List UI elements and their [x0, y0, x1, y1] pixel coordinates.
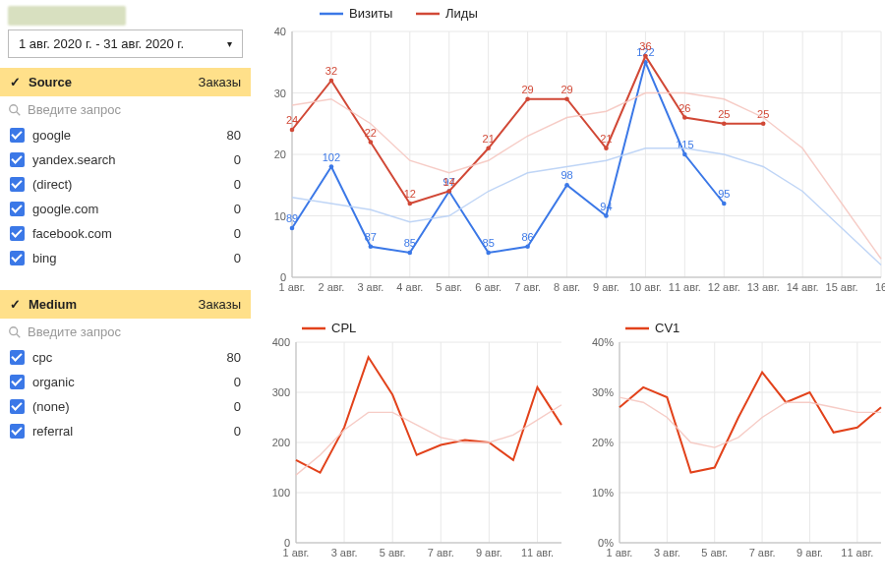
- svg-point-68: [682, 152, 687, 157]
- svg-text:Лиды: Лиды: [445, 6, 478, 21]
- item-label: cpc: [32, 350, 227, 365]
- svg-text:85: 85: [404, 237, 416, 249]
- caret-down-icon: ▾: [227, 38, 232, 49]
- svg-point-84: [525, 96, 530, 101]
- svg-text:4 авг.: 4 авг.: [396, 281, 423, 293]
- item-value: 0: [234, 226, 241, 241]
- svg-text:11 авг.: 11 авг.: [521, 547, 554, 559]
- list-item[interactable]: yandex.search0: [0, 147, 251, 172]
- svg-text:CPL: CPL: [331, 321, 356, 335]
- svg-text:29: 29: [521, 84, 533, 95]
- svg-text:26: 26: [678, 102, 690, 114]
- panel-header-source[interactable]: ✓ Source Заказы: [0, 68, 251, 96]
- item-label: organic: [32, 375, 234, 389]
- svg-point-96: [761, 121, 766, 126]
- search-input-source[interactable]: [28, 102, 243, 117]
- svg-text:CV1: CV1: [655, 321, 679, 335]
- svg-point-64: [604, 213, 609, 218]
- svg-point-72: [290, 128, 295, 133]
- svg-point-2: [10, 326, 18, 334]
- checkbox[interactable]: [10, 226, 25, 241]
- svg-point-88: [604, 146, 609, 150]
- svg-text:87: 87: [365, 231, 377, 243]
- svg-point-94: [722, 121, 727, 126]
- svg-text:36: 36: [639, 40, 651, 52]
- item-label: bing: [32, 251, 234, 265]
- svg-point-54: [408, 251, 413, 256]
- svg-text:11 авг.: 11 авг.: [669, 281, 701, 293]
- panel-header-medium[interactable]: ✓ Medium Заказы: [0, 290, 251, 319]
- checkbox[interactable]: [10, 202, 25, 216]
- svg-text:12 авг.: 12 авг.: [708, 281, 740, 293]
- checkbox[interactable]: [10, 152, 25, 167]
- checkbox[interactable]: [10, 177, 25, 192]
- checkbox[interactable]: [10, 399, 25, 414]
- item-label: google: [32, 128, 227, 143]
- item-value: 0: [234, 152, 241, 167]
- svg-line-1: [17, 111, 21, 115]
- svg-text:3 авг.: 3 авг.: [331, 547, 358, 559]
- svg-text:95: 95: [718, 188, 730, 200]
- main-content: 0102030401 авг.2 авг.3 авг.4 авг.5 авг.6…: [251, 0, 885, 588]
- list-item[interactable]: cpc80: [0, 345, 251, 370]
- svg-text:7 авг.: 7 авг.: [428, 547, 454, 559]
- svg-point-80: [446, 189, 451, 194]
- svg-point-76: [369, 140, 374, 145]
- list-item[interactable]: (none)0: [0, 394, 251, 419]
- svg-text:12: 12: [404, 188, 416, 200]
- check-icon: ✓: [10, 297, 21, 312]
- svg-text:9 авг.: 9 авг.: [593, 281, 620, 293]
- panel-metric: Заказы: [199, 297, 241, 312]
- svg-point-70: [722, 202, 727, 206]
- list-item[interactable]: bing0: [0, 246, 251, 270]
- list-item[interactable]: facebook.com0: [0, 221, 251, 246]
- svg-text:400: 400: [272, 336, 290, 348]
- svg-point-62: [564, 183, 569, 188]
- checkbox[interactable]: [10, 350, 25, 365]
- checkbox[interactable]: [10, 375, 25, 389]
- list-item[interactable]: google.com0: [0, 197, 251, 221]
- date-range-picker[interactable]: 1 авг. 2020 г. - 31 авг. 2020 г. ▾: [8, 29, 243, 58]
- svg-text:25: 25: [718, 108, 730, 120]
- svg-text:30%: 30%: [591, 386, 613, 398]
- svg-point-52: [369, 244, 374, 249]
- date-range-text: 1 авг. 2020 г. - 31 авг. 2020 г.: [19, 36, 184, 51]
- svg-text:5 авг.: 5 авг.: [701, 547, 728, 559]
- svg-text:16: 16: [875, 281, 885, 293]
- svg-text:1 авг.: 1 авг.: [283, 547, 310, 559]
- checkbox[interactable]: [10, 424, 25, 439]
- svg-text:2 авг.: 2 авг.: [318, 281, 344, 293]
- list-item[interactable]: referral0: [0, 419, 251, 443]
- item-value: 0: [234, 424, 241, 439]
- svg-point-86: [564, 96, 569, 101]
- item-value: 0: [234, 375, 241, 389]
- svg-text:8 авг.: 8 авг.: [554, 281, 580, 293]
- list-item[interactable]: (direct)0: [0, 172, 251, 197]
- svg-text:6 авг.: 6 авг.: [475, 281, 502, 293]
- checkbox[interactable]: [10, 128, 25, 143]
- svg-text:85: 85: [483, 237, 495, 249]
- svg-text:9 авг.: 9 авг.: [796, 547, 823, 559]
- svg-point-60: [525, 244, 530, 249]
- item-value: 0: [234, 251, 241, 265]
- svg-text:5 авг.: 5 авг.: [436, 281, 462, 293]
- svg-text:15 авг.: 15 авг.: [826, 281, 858, 293]
- svg-text:40: 40: [274, 26, 286, 37]
- checkbox[interactable]: [10, 251, 25, 265]
- svg-text:3 авг.: 3 авг.: [357, 281, 384, 293]
- check-icon: ✓: [10, 75, 21, 89]
- list-item[interactable]: organic0: [0, 370, 251, 394]
- svg-text:10: 10: [274, 210, 286, 222]
- item-value: 0: [234, 177, 241, 192]
- svg-point-90: [643, 54, 648, 59]
- svg-text:40%: 40%: [591, 336, 613, 348]
- panel-medium: ✓ Medium Заказы cpc80organic0(none)0refe…: [0, 290, 251, 443]
- search-input-medium[interactable]: [28, 324, 243, 339]
- svg-text:32: 32: [325, 65, 337, 77]
- item-value: 80: [227, 128, 241, 143]
- sidebar: 1 авг. 2020 г. - 31 авг. 2020 г. ▾ ✓ Sou…: [0, 0, 251, 588]
- list-item[interactable]: google80: [0, 123, 251, 147]
- svg-text:3 авг.: 3 авг.: [653, 547, 679, 559]
- panel-medium-search: [0, 319, 251, 345]
- panel-source: ✓ Source Заказы google80yandex.search0(d…: [0, 68, 251, 270]
